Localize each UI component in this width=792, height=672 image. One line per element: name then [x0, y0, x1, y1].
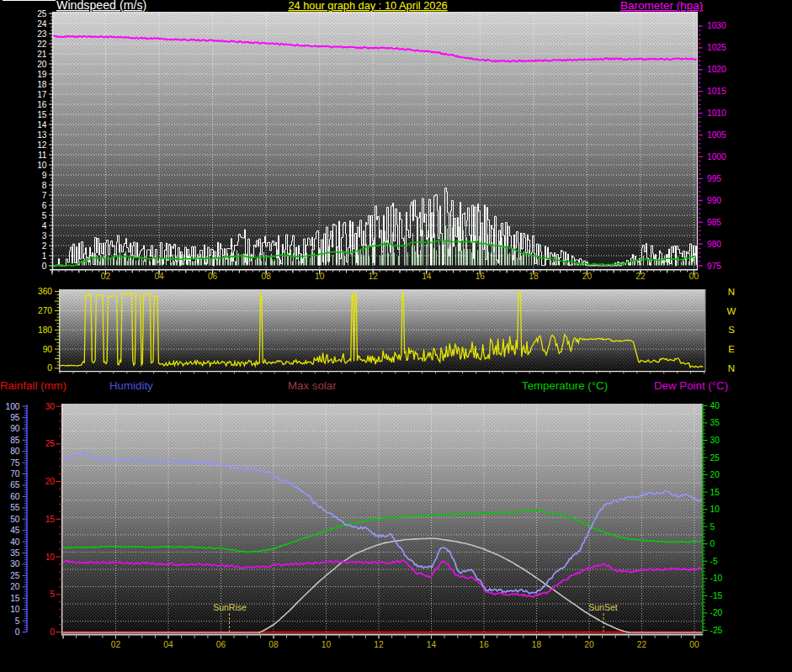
svg-text:100: 100 [6, 402, 20, 411]
svg-text:95: 95 [10, 413, 20, 422]
svg-text:Temperature (°C): Temperature (°C) [522, 379, 608, 392]
svg-text:12: 12 [37, 140, 47, 150]
svg-text:80: 80 [10, 447, 20, 456]
svg-text:22: 22 [637, 640, 647, 649]
svg-text:15: 15 [10, 594, 20, 603]
svg-text:17: 17 [37, 90, 47, 99]
svg-text:60: 60 [10, 492, 20, 501]
svg-text:10: 10 [45, 553, 56, 562]
svg-text:SunRise: SunRise [213, 602, 247, 612]
svg-text:40: 40 [710, 401, 720, 410]
svg-text:8: 8 [42, 181, 47, 190]
svg-text:1005: 1005 [707, 130, 726, 140]
svg-text:16: 16 [476, 272, 486, 281]
svg-text:14: 14 [422, 272, 432, 281]
svg-text:Dew Point (°C): Dew Point (°C) [654, 379, 728, 392]
svg-text:10: 10 [37, 161, 47, 170]
svg-text:15: 15 [37, 110, 47, 119]
svg-text:0: 0 [710, 539, 715, 548]
svg-text:2: 2 [42, 241, 47, 251]
svg-text:-20: -20 [710, 608, 723, 617]
svg-text:55: 55 [10, 503, 20, 512]
svg-text:85: 85 [10, 436, 20, 445]
svg-text:24: 24 [37, 19, 47, 29]
svg-text:980: 980 [707, 240, 721, 249]
svg-text:12: 12 [369, 272, 379, 281]
svg-text:-15: -15 [710, 591, 723, 601]
svg-text:06: 06 [216, 640, 226, 649]
svg-text:-5: -5 [710, 557, 718, 566]
svg-text:12: 12 [374, 640, 384, 649]
svg-text:90: 90 [10, 424, 20, 433]
svg-text:65: 65 [10, 480, 20, 489]
svg-text:985: 985 [707, 218, 721, 227]
svg-text:1010: 1010 [707, 108, 726, 118]
svg-text:75: 75 [10, 458, 20, 468]
svg-text:24 hour graph day : 10 April 2: 24 hour graph day : 10 April 2026 [288, 0, 447, 12]
svg-text:9: 9 [42, 171, 47, 180]
svg-text:15: 15 [45, 515, 56, 524]
svg-text:40: 40 [10, 537, 20, 547]
svg-text:5: 5 [710, 522, 715, 532]
svg-text:4: 4 [42, 221, 47, 230]
svg-text:1000: 1000 [707, 152, 726, 161]
svg-text:70: 70 [10, 469, 20, 479]
svg-text:04: 04 [154, 272, 164, 281]
svg-text:E: E [728, 344, 735, 354]
svg-text:18: 18 [37, 80, 47, 89]
svg-text:0: 0 [42, 262, 47, 271]
svg-text:5: 5 [50, 590, 55, 599]
svg-text:1025: 1025 [707, 43, 726, 52]
svg-text:Humidity: Humidity [109, 379, 153, 392]
svg-text:14: 14 [37, 120, 47, 130]
svg-text:20: 20 [710, 470, 720, 479]
svg-text:995: 995 [707, 174, 721, 183]
svg-text:10: 10 [322, 640, 332, 649]
svg-text:990: 990 [707, 196, 721, 205]
svg-text:7: 7 [42, 191, 47, 200]
svg-text:N: N [728, 363, 735, 373]
svg-text:3: 3 [42, 231, 47, 241]
svg-text:N: N [728, 287, 735, 297]
svg-text:360: 360 [38, 287, 52, 296]
svg-text:02: 02 [111, 640, 121, 649]
svg-text:0: 0 [50, 627, 55, 637]
svg-text:00: 00 [689, 272, 699, 281]
svg-text:13: 13 [37, 130, 47, 140]
svg-text:0: 0 [47, 363, 52, 373]
svg-text:20: 20 [584, 640, 594, 649]
svg-text:25: 25 [45, 439, 56, 448]
svg-text:Barometer (hpa): Barometer (hpa) [620, 0, 703, 12]
svg-text:35: 35 [710, 418, 720, 427]
svg-text:6: 6 [42, 201, 47, 210]
svg-text:SunSet: SunSet [588, 602, 618, 612]
svg-text:20: 20 [582, 272, 593, 281]
svg-text:20: 20 [45, 477, 56, 486]
svg-text:30: 30 [710, 436, 720, 445]
svg-text:975: 975 [707, 262, 721, 271]
svg-text:10: 10 [315, 272, 325, 281]
svg-text:W: W [727, 306, 736, 316]
svg-text:08: 08 [268, 640, 279, 649]
svg-text:S: S [728, 325, 735, 335]
svg-text:-10: -10 [710, 574, 723, 583]
svg-text:04: 04 [163, 640, 173, 649]
svg-text:Max solar: Max solar [288, 379, 337, 392]
svg-text:25: 25 [10, 571, 20, 580]
svg-text:35: 35 [10, 548, 20, 558]
svg-text:22: 22 [37, 40, 47, 49]
svg-text:25: 25 [37, 9, 47, 19]
svg-text:0: 0 [15, 627, 20, 637]
svg-text:Rainfall (mm): Rainfall (mm) [0, 379, 66, 392]
svg-text:50: 50 [10, 515, 20, 524]
svg-text:14: 14 [427, 640, 437, 649]
svg-text:30: 30 [10, 559, 20, 569]
svg-text:23: 23 [37, 29, 47, 39]
svg-text:16: 16 [479, 640, 489, 649]
svg-text:16: 16 [37, 100, 47, 109]
svg-text:1: 1 [42, 251, 47, 261]
svg-text:11: 11 [38, 151, 47, 160]
svg-text:180: 180 [38, 325, 52, 335]
svg-text:15: 15 [710, 488, 720, 497]
svg-text:22: 22 [635, 272, 646, 281]
